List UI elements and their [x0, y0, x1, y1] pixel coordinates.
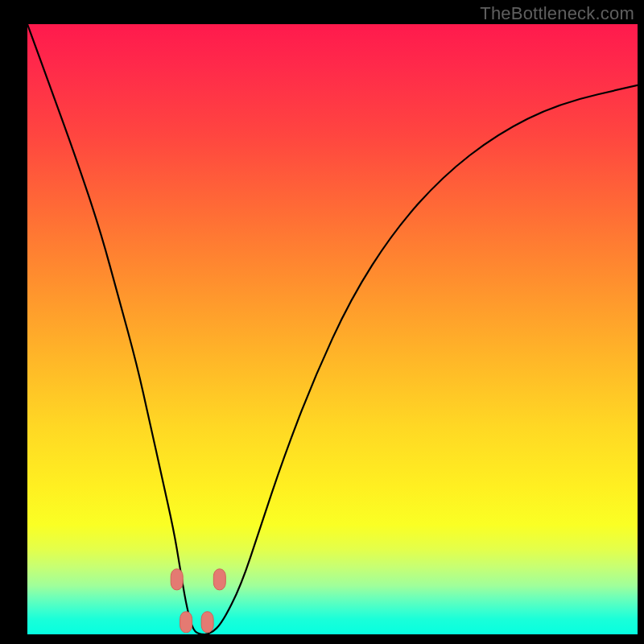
chart-stage: TheBottleneck.com [0, 0, 644, 644]
curve-marker [201, 612, 213, 633]
curve-markers [171, 569, 225, 633]
bottleneck-curve [27, 24, 638, 634]
watermark-text: TheBottleneck.com [480, 3, 634, 24]
bottom-edge [0, 634, 644, 644]
curve-marker [213, 569, 225, 590]
curve-marker [180, 612, 192, 633]
plot-area [27, 24, 638, 634]
curve-marker [171, 569, 183, 590]
curve-layer [27, 24, 638, 634]
